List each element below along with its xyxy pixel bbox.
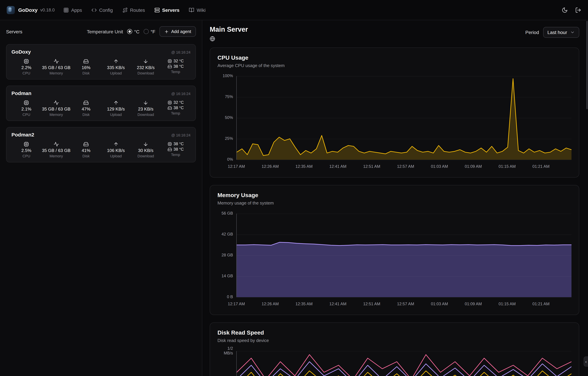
memory-label: Memory bbox=[50, 71, 63, 75]
charts-column: CPU Usage Average CPU usage of the syste… bbox=[210, 48, 579, 376]
temp-cpu-row: 32 °C bbox=[167, 59, 183, 63]
stat-upload: 129 KB/s Upload bbox=[101, 100, 131, 116]
stat-cpu: 2.1% CPU bbox=[11, 100, 41, 116]
nav-item-routes[interactable]: Routes bbox=[122, 7, 145, 13]
plot-area bbox=[236, 214, 571, 297]
stat-memory: 35 GB / 63 GB Memory bbox=[41, 142, 71, 158]
x-axis-labels: 12:17 AM12:26 AM12:35 AM12:41 AM12:51 AM… bbox=[236, 301, 571, 309]
cpu-label: CPU bbox=[22, 71, 30, 75]
godoxy-dashboard: GoDoxy v0.18.0 Apps Config Routes Server… bbox=[0, 0, 588, 376]
hard-drive-icon bbox=[167, 106, 172, 110]
unit-celsius-label: °C bbox=[134, 29, 139, 34]
memory-usage-card: Memory Usage Memory usage of the system … bbox=[210, 185, 579, 315]
disk-label: Disk bbox=[82, 113, 90, 116]
chart-title: CPU Usage bbox=[217, 55, 571, 61]
disk-read-speed-chart: 1/2 MB/s bbox=[217, 351, 571, 376]
stat-cpu: 2.5% CPU bbox=[11, 142, 41, 158]
upload-arrow-icon bbox=[113, 142, 119, 147]
add-agent-label: Add agent bbox=[171, 29, 191, 34]
server-card-header: Podman2 @ 16:16:24 bbox=[11, 132, 191, 137]
upload-value: 129 KB/s bbox=[107, 106, 125, 112]
server-card-podman2[interactable]: Podman2 @ 16:16:24 2.5% CPU 35 GB / 63 G… bbox=[6, 127, 196, 162]
dark-mode-toggle-moon-icon[interactable] bbox=[562, 7, 568, 13]
globe-icon bbox=[210, 36, 215, 42]
memory-value: 35 GB / 63 GB bbox=[42, 106, 70, 112]
nav-label: Apps bbox=[71, 7, 82, 13]
temperature-unit-label: Temperature Unit bbox=[87, 29, 123, 34]
disk-label: Disk bbox=[82, 71, 90, 75]
scrollbar-thumb[interactable] bbox=[586, 21, 588, 109]
temp-disk-row: 38 °C bbox=[167, 105, 183, 110]
stat-upload: 335 KB/s Upload bbox=[101, 59, 131, 75]
radio-unselected-icon bbox=[143, 29, 149, 34]
temp-cpu-row: 32 °C bbox=[167, 100, 183, 105]
temp-disk-row: 38 °C bbox=[167, 147, 183, 152]
temp-cpu-row: 38 °C bbox=[167, 142, 183, 146]
cpu-icon bbox=[24, 59, 29, 64]
stat-disk: 41% Disk bbox=[71, 142, 101, 158]
temp-rows: 38 °C 38 °C bbox=[167, 142, 183, 152]
unit-celsius-radio[interactable]: °C bbox=[127, 29, 139, 34]
main-nav: Apps Config Routes Servers Wiki bbox=[63, 7, 205, 13]
sidebar-title: Servers bbox=[6, 29, 22, 34]
plot-area bbox=[236, 76, 571, 160]
period-value: Last hour bbox=[547, 30, 567, 35]
download-arrow-icon bbox=[143, 59, 149, 64]
x-axis-labels: 12:17 AM12:26 AM12:35 AM12:41 AM12:51 AM… bbox=[236, 163, 571, 172]
stat-disk: 16% Disk bbox=[71, 59, 101, 75]
temp-label: Temp bbox=[171, 111, 180, 115]
stat-disk: 47% Disk bbox=[71, 100, 101, 116]
hard-drive-icon bbox=[167, 64, 172, 69]
top-navbar: GoDoxy v0.18.0 Apps Config Routes Server… bbox=[0, 0, 588, 20]
chart-subtitle: Average CPU usage of the system bbox=[217, 63, 571, 68]
upload-value: 335 KB/s bbox=[107, 65, 125, 70]
unit-fahrenheit-radio[interactable]: °F bbox=[143, 29, 155, 34]
server-card-podman[interactable]: Podman @ 16:16:24 2.1% CPU 35 GB / 63 GB… bbox=[6, 86, 196, 121]
main-title-block: Main Server bbox=[210, 26, 248, 42]
stat-temp: 32 °C 38 °C Temp bbox=[161, 59, 191, 75]
server-stats-row: 2.1% CPU 35 GB / 63 GB Memory 47% Disk bbox=[11, 100, 191, 116]
download-value: 23 KB/s bbox=[138, 106, 153, 112]
sidebar-header-controls: Temperature Unit °C °F Add agent bbox=[87, 26, 196, 37]
activity-icon bbox=[53, 100, 59, 105]
disk-value: 16% bbox=[82, 65, 90, 70]
nav-item-wiki[interactable]: Wiki bbox=[189, 7, 206, 13]
sidebar-header: Servers Temperature Unit °C °F Add agent bbox=[6, 26, 196, 37]
upload-label: Upload bbox=[110, 154, 122, 158]
temp-cpu-value: 38 °C bbox=[173, 142, 183, 146]
nav-item-apps[interactable]: Apps bbox=[63, 7, 82, 13]
hard-drive-icon bbox=[84, 59, 89, 64]
download-arrow-icon bbox=[143, 100, 149, 105]
cpu-usage-card: CPU Usage Average CPU usage of the syste… bbox=[210, 48, 579, 178]
period-select[interactable]: Last hour bbox=[543, 27, 579, 38]
grid-icon bbox=[63, 7, 69, 13]
servers-sidebar: Servers Temperature Unit °C °F Add agent bbox=[0, 20, 202, 376]
y-axis-labels: 100%75%50%25%0% bbox=[217, 76, 236, 160]
add-agent-button[interactable]: Add agent bbox=[159, 26, 196, 37]
brand-name: GoDoxy bbox=[18, 7, 38, 13]
download-arrow-icon bbox=[143, 142, 149, 147]
server-card-godoxy[interactable]: GoDoxy @ 16:16:24 2.2% CPU 35 GB / 63 GB… bbox=[6, 44, 196, 80]
stat-upload: 106 KB/s Upload bbox=[101, 142, 131, 158]
cpu-icon bbox=[167, 59, 172, 63]
temp-cpu-value: 32 °C bbox=[173, 100, 183, 105]
upload-label: Upload bbox=[110, 71, 122, 75]
logout-icon[interactable] bbox=[575, 7, 581, 13]
navbar-actions bbox=[562, 7, 581, 13]
memory-label: Memory bbox=[50, 113, 63, 116]
route-icon bbox=[122, 7, 128, 13]
stat-download: 232 KB/s Download bbox=[131, 59, 161, 75]
nav-item-servers[interactable]: Servers bbox=[154, 7, 180, 13]
hard-drive-icon bbox=[84, 100, 89, 105]
download-value: 232 KB/s bbox=[137, 65, 155, 70]
server-updated-time: @ 16:16:24 bbox=[171, 92, 191, 96]
server-updated-time: @ 16:16:24 bbox=[171, 133, 191, 137]
book-icon bbox=[189, 7, 194, 13]
stat-memory: 35 GB / 63 GB Memory bbox=[41, 59, 71, 75]
collapse-panel-handle[interactable]: ‹ bbox=[584, 356, 588, 366]
nav-item-config[interactable]: Config bbox=[91, 7, 113, 13]
stat-memory: 35 GB / 63 GB Memory bbox=[41, 100, 71, 116]
nav-label: Config bbox=[99, 7, 113, 13]
version-label: v0.18.0 bbox=[40, 7, 55, 12]
cpu-value: 2.1% bbox=[21, 106, 31, 112]
